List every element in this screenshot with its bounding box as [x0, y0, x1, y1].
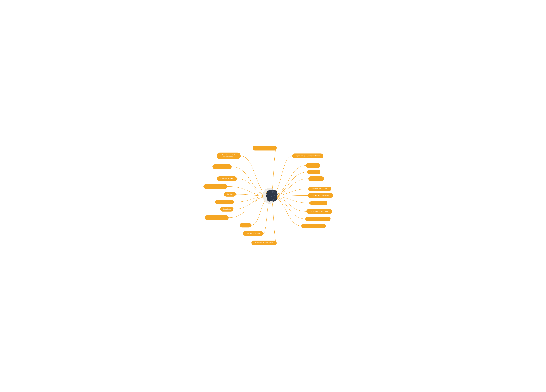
mindmap-node-n_istri: Istri teacher(montessori): [308, 193, 333, 198]
brain-center: [261, 186, 280, 206]
mindmap-node-n_left2: [212, 164, 232, 169]
mindmap-node-n_people: People development (EM): [306, 209, 332, 214]
mindmap-node-n_right4: [310, 201, 327, 205]
mindmap-node-n_left4: [215, 200, 234, 204]
mindmap-node-n_kemping: Kemping (WAJIB!): [217, 176, 237, 181]
mindmap-node-n_right2a: [306, 163, 320, 168]
mindmap-node-n_top: [253, 146, 277, 150]
mindmap-node-n_rd: R&D untuk memaksimalkan pertumbuhan sayu…: [217, 152, 241, 159]
mindmap-node-n_left5: [205, 215, 229, 220]
mindmap-node-n_small_left: [240, 223, 251, 228]
mindmap-node-n_right2c: [308, 176, 324, 181]
mindmap-node-n_left3: [203, 184, 228, 189]
mindmap-node-n_right6: [302, 224, 326, 228]
mindmap-node-n_gambar: Gambar: [224, 192, 236, 196]
mindmap-node-n_right5: [305, 216, 331, 221]
mindmap-container: R&D untuk memaksimalkan pertumbuhan sayu…: [201, 142, 345, 250]
mindmap-node-n_right2b: [307, 170, 320, 174]
mindmap-node-n_bikin: Bikin pupuk AB mix: [243, 231, 263, 236]
mindmap-node-n_komunitas: Ikut Komunitas UMKM: [308, 187, 331, 191]
mindmap-node-n_maintenance: Maintenance greenhouse: [251, 241, 277, 245]
mindmap-node-n_harga: Punya data harga sayur se-pasar di slema…: [292, 153, 323, 158]
mindmap-node-n_baca: Baca Buku: [220, 207, 234, 211]
